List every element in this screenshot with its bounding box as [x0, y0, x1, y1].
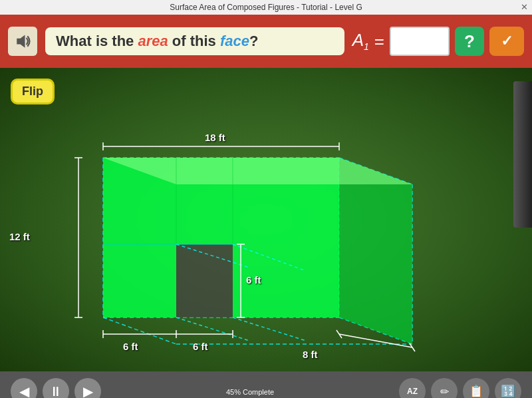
notch-interior	[176, 244, 233, 317]
question-prefix: What is the	[56, 33, 138, 49]
main-content: Flip	[0, 68, 532, 371]
pause-button[interactable]: ⏸	[43, 378, 69, 398]
dim-bottom-mid: 6 ft	[193, 341, 208, 352]
question-text: What is the area of this face?	[45, 27, 344, 55]
speaker-button[interactable]	[8, 27, 37, 56]
prev-button[interactable]: ◀	[11, 378, 37, 398]
next-button[interactable]: ▶	[74, 378, 101, 398]
close-button[interactable]: ✕	[521, 2, 528, 12]
question-word-area: area	[138, 33, 168, 49]
equals-sign: =	[374, 31, 384, 52]
right-face	[339, 158, 412, 344]
dim-notch-height: 6 ft	[246, 274, 261, 286]
svg-line-16	[176, 317, 249, 341]
dim-depth: 8 ft	[303, 349, 318, 360]
question-middle: of this	[168, 33, 220, 49]
az-tool-button[interactable]: AZ	[399, 378, 426, 398]
svg-line-17	[233, 317, 306, 341]
flip-button[interactable]: Flip	[11, 79, 55, 104]
dim-top: 18 ft	[205, 132, 225, 143]
question-suffix: ?	[249, 33, 258, 49]
figure-svg	[0, 68, 532, 371]
formula-variable: A1	[352, 30, 369, 52]
bottom-bar: ◀ ⏸ ▶ 45% Complete AZ ✏ 📋 🔢	[0, 371, 532, 398]
svg-marker-0	[17, 35, 25, 47]
answer-input[interactable]	[390, 27, 450, 56]
svg-line-8	[103, 317, 176, 344]
help-button[interactable]: ?	[455, 27, 484, 56]
clipboard-tool-button[interactable]: 📋	[463, 378, 489, 398]
pencil-tool-button[interactable]: ✏	[431, 378, 458, 398]
formula-area: A1 = ? ✓	[352, 27, 524, 56]
progress-label: 45% Complete	[106, 388, 394, 396]
dim-left: 12 ft	[9, 231, 30, 242]
speaker-icon	[13, 32, 32, 51]
calculator-tool-button[interactable]: 🔢	[495, 378, 521, 398]
question-word-face: face	[220, 33, 249, 49]
title-bar: Surface Area of Composed Figures - Tutor…	[0, 0, 532, 15]
header-bar: What is the area of this face? A1 = ? ✓	[0, 15, 532, 68]
progress-wrap: 45% Complete	[106, 387, 394, 396]
check-button[interactable]: ✓	[489, 27, 524, 56]
title-text: Surface Area of Composed Figures - Tutor…	[170, 3, 362, 12]
dim-bottom-left: 6 ft	[123, 341, 138, 352]
